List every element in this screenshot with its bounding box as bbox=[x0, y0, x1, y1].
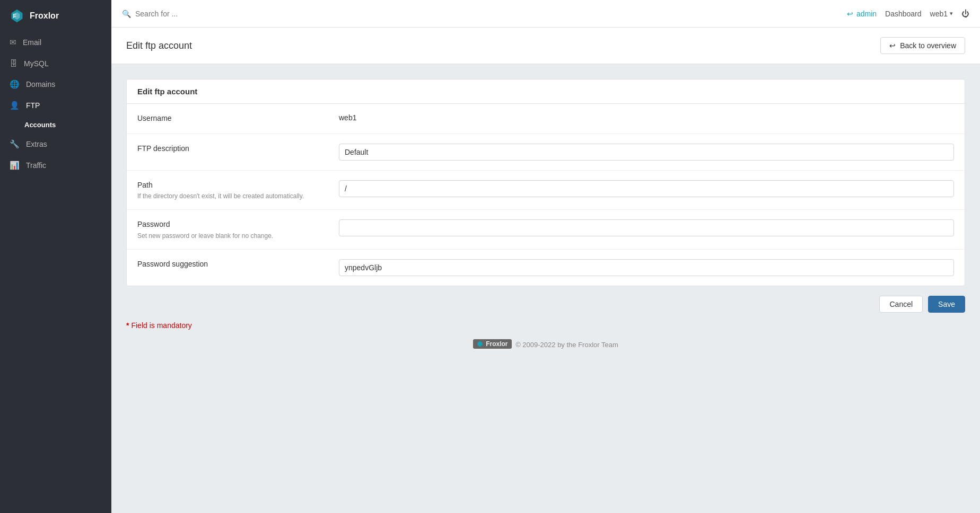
sidebar-item-mysql[interactable]: 🗄 MySQL bbox=[0, 53, 111, 74]
footer-logo-icon bbox=[477, 341, 483, 347]
form-row-path: Path If the directory doesn't exist, it … bbox=[127, 171, 965, 210]
sidebar-item-traffic[interactable]: 📊 Traffic bbox=[0, 155, 111, 176]
svg-text:F: F bbox=[13, 13, 16, 19]
chevron-down-icon: ▾ bbox=[950, 10, 953, 17]
sidebar-subitem-accounts-label: Accounts bbox=[24, 121, 56, 129]
sidebar-subitem-accounts[interactable]: Accounts bbox=[0, 116, 111, 134]
form-row-password-suggestion: Password suggestion bbox=[127, 250, 965, 286]
mandatory-text: Field is mandatory bbox=[131, 321, 191, 330]
sidebar-item-extras-label: Extras bbox=[26, 140, 47, 148]
form-card-header: Edit ftp account bbox=[127, 79, 965, 104]
dashboard-link[interactable]: Dashboard bbox=[885, 10, 922, 18]
sidebar: F Froxlor ✉ Email 🗄 MySQL 🌐 Domains 👤 FT… bbox=[0, 0, 111, 513]
mandatory-notice: *Field is mandatory bbox=[126, 321, 965, 330]
cancel-button[interactable]: Cancel bbox=[879, 296, 923, 313]
ftp-icon: 👤 bbox=[10, 101, 20, 110]
form-row-password: Password Set new password or leave blank… bbox=[127, 210, 965, 250]
sidebar-item-ftp[interactable]: 👤 FTP bbox=[0, 95, 111, 116]
username-value: web1 bbox=[339, 113, 356, 122]
sidebar-item-email-label: Email bbox=[23, 38, 41, 47]
sidebar-logo: F Froxlor bbox=[0, 0, 111, 32]
form-actions: Cancel Save bbox=[126, 286, 965, 318]
ftp-description-input[interactable] bbox=[339, 144, 954, 161]
ftp-description-label: FTP description bbox=[137, 144, 328, 154]
password-value-col bbox=[339, 219, 954, 236]
username-value-col: web1 bbox=[339, 113, 954, 122]
sidebar-item-email[interactable]: ✉ Email bbox=[0, 32, 111, 53]
search-container: 🔍 bbox=[122, 10, 838, 18]
sidebar-item-ftp-label: FTP bbox=[26, 101, 40, 110]
sidebar-item-domains[interactable]: 🌐 Domains bbox=[0, 74, 111, 95]
path-input[interactable] bbox=[339, 180, 954, 197]
save-button[interactable]: Save bbox=[928, 296, 965, 313]
edit-ftp-form-card: Edit ftp account Username web1 FTP descr… bbox=[126, 79, 965, 286]
content-area: Edit ftp account ↩ Back to overview Edit… bbox=[111, 28, 980, 513]
form-row-username: Username web1 bbox=[127, 104, 965, 134]
admin-label: admin bbox=[856, 10, 877, 18]
back-icon: ↩ bbox=[889, 41, 896, 50]
back-button-label: Back to overview bbox=[900, 41, 956, 50]
sidebar-item-traffic-label: Traffic bbox=[26, 161, 46, 170]
password-suggestion-value-col bbox=[339, 259, 954, 276]
main-area: 🔍 ↩ admin Dashboard web1 ▾ ⏻ Edit ftp ac… bbox=[111, 0, 980, 513]
admin-link[interactable]: ↩ admin bbox=[847, 10, 877, 18]
password-input[interactable] bbox=[339, 219, 954, 236]
mysql-icon: 🗄 bbox=[10, 59, 18, 68]
sidebar-item-extras[interactable]: 🔧 Extras bbox=[0, 134, 111, 155]
domains-icon: 🌐 bbox=[10, 79, 20, 89]
content-body: Edit ftp account Username web1 FTP descr… bbox=[111, 64, 980, 373]
path-hint: If the directory doesn't exist, it will … bbox=[137, 192, 328, 200]
extras-icon: 🔧 bbox=[10, 139, 20, 149]
path-label: Path bbox=[137, 180, 328, 191]
ftp-description-label-col: FTP description bbox=[137, 144, 339, 154]
page-title: Edit ftp account bbox=[126, 40, 192, 51]
svg-marker-3 bbox=[478, 341, 483, 347]
web1-label: web1 bbox=[930, 10, 948, 18]
footer: Froxlor © 2009-2022 by the Froxlor Team bbox=[126, 330, 965, 358]
sidebar-item-domains-label: Domains bbox=[26, 80, 55, 89]
froxlor-logo-icon: F bbox=[10, 8, 24, 23]
footer-logo-text: Froxlor bbox=[486, 340, 508, 348]
password-label: Password bbox=[137, 219, 328, 230]
admin-back-icon: ↩ bbox=[847, 10, 853, 18]
topbar-right: ↩ admin Dashboard web1 ▾ ⏻ bbox=[847, 9, 969, 18]
path-value-col bbox=[339, 180, 954, 197]
power-icon[interactable]: ⏻ bbox=[961, 9, 969, 18]
username-label: Username bbox=[137, 113, 328, 124]
topbar: 🔍 ↩ admin Dashboard web1 ▾ ⏻ bbox=[111, 0, 980, 28]
page-header: Edit ftp account ↩ Back to overview bbox=[111, 28, 980, 64]
password-label-col: Password Set new password or leave blank… bbox=[137, 219, 339, 240]
ftp-description-value-col bbox=[339, 144, 954, 161]
path-label-col: Path If the directory doesn't exist, it … bbox=[137, 180, 339, 200]
username-label-col: Username bbox=[137, 113, 339, 124]
password-suggestion-label-col: Password suggestion bbox=[137, 259, 339, 270]
form-row-ftp-description: FTP description bbox=[127, 134, 965, 171]
footer-copy: © 2009-2022 by the Froxlor Team bbox=[515, 341, 618, 349]
footer-logo-badge: Froxlor bbox=[473, 339, 511, 349]
password-hint: Set new password or leave blank for no c… bbox=[137, 232, 328, 240]
email-icon: ✉ bbox=[10, 38, 16, 47]
sidebar-item-mysql-label: MySQL bbox=[24, 59, 49, 68]
password-suggestion-label: Password suggestion bbox=[137, 259, 328, 270]
traffic-icon: 📊 bbox=[10, 161, 20, 170]
mandatory-star: * bbox=[126, 321, 129, 330]
password-suggestion-input[interactable] bbox=[339, 259, 954, 276]
search-input[interactable] bbox=[135, 10, 252, 18]
back-to-overview-button[interactable]: ↩ Back to overview bbox=[880, 37, 965, 54]
web1-dropdown[interactable]: web1 ▾ bbox=[930, 10, 953, 18]
search-icon: 🔍 bbox=[122, 10, 131, 18]
sidebar-logo-text: Froxlor bbox=[30, 11, 59, 21]
